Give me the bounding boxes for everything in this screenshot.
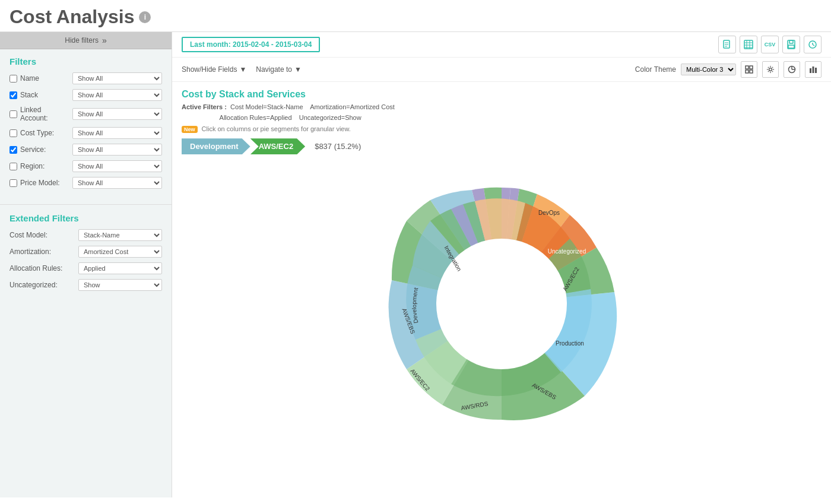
fields-bar-right: Color Theme Multi-Color 1 Multi-Color 2 … xyxy=(635,61,822,78)
filter-select-costtype[interactable]: Show All xyxy=(72,127,162,139)
svg-rect-12 xyxy=(788,45,794,48)
color-theme-label: Color Theme xyxy=(635,65,676,74)
filter-row-costtype: Cost Type: Show All xyxy=(9,127,162,139)
breadcrumb-cost: $837 (15.2%) xyxy=(305,142,361,151)
filters-section: Filters Name Show All Stack Show All xyxy=(0,49,172,201)
filter-select-pricemodel[interactable]: Show All xyxy=(72,177,162,189)
filter-checkbox-service[interactable] xyxy=(9,146,17,154)
sidebar: Hide filters » Filters Name Show All Sta… xyxy=(0,32,172,497)
ext-filter-label-allocation: Allocation Rules: xyxy=(9,264,75,272)
ext-filter-select-uncategorized[interactable]: Show Hide xyxy=(78,279,162,291)
breadcrumb-development[interactable]: Development xyxy=(182,138,250,154)
click-note: New Click on columns or pie segments for… xyxy=(182,125,822,132)
filter-select-linked[interactable]: Show All xyxy=(72,108,162,120)
filter-select-region[interactable]: Show All xyxy=(72,160,162,172)
filter-row-linked: Linked Account: Show All xyxy=(9,106,162,122)
filter-row-region: Region: Show All xyxy=(9,160,162,172)
filter-checkbox-pricemodel[interactable] xyxy=(9,179,17,187)
svg-rect-18 xyxy=(746,70,748,73)
toolbar-icons: CSV xyxy=(718,36,822,53)
ext-filter-row-amortization: Amortization: Amortized Cost Unblended C… xyxy=(9,246,162,258)
chevron-down-icon: ▼ xyxy=(239,65,246,74)
label-devops: DevOps xyxy=(538,210,560,216)
info-icon[interactable]: i xyxy=(139,11,151,23)
svg-point-20 xyxy=(769,68,772,71)
donut-chart[interactable]: AWS/EC2 Production AWS/EBS AWS/RDS Devel… xyxy=(359,161,644,446)
breadcrumb-ec2[interactable]: AWS/EC2 xyxy=(250,138,306,154)
filter-select-name[interactable]: Show All xyxy=(72,72,162,84)
settings-view-btn[interactable] xyxy=(762,61,779,78)
fields-bar: Show/Hide Fields ▼ Navigate to ▼ Color T… xyxy=(172,58,831,82)
svg-rect-24 xyxy=(815,68,817,73)
chevron-down-icon-nav: ▼ xyxy=(294,65,302,74)
filter-label-stack: Stack xyxy=(9,91,69,99)
date-range-badge[interactable]: Last month: 2015-02-04 - 2015-03-04 xyxy=(182,37,320,52)
pie-view-btn[interactable] xyxy=(784,61,800,78)
clock-icon-btn[interactable] xyxy=(804,36,822,53)
svg-rect-19 xyxy=(750,70,753,73)
svg-rect-22 xyxy=(810,68,811,73)
ext-filter-select-costmodel[interactable]: Stack-Name Service xyxy=(78,229,162,241)
svg-rect-17 xyxy=(750,66,753,69)
filter-select-service[interactable]: Show All xyxy=(72,144,162,156)
pdf-icon-btn[interactable] xyxy=(718,36,736,53)
svg-rect-16 xyxy=(746,66,748,69)
filter-row-pricemodel: Price Model: Show All xyxy=(9,177,162,189)
filter-label-costtype: Cost Type: xyxy=(9,129,69,137)
save-icon-btn[interactable] xyxy=(782,36,800,53)
label-production: Production xyxy=(556,340,584,347)
filter-label-pricemodel: Price Model: xyxy=(9,179,69,187)
filters-title: Filters xyxy=(9,56,162,66)
extended-filters-section: Extended Filters Cost Model: Stack-Name … xyxy=(0,208,172,303)
filter-row-name: Name Show All xyxy=(9,72,162,84)
svg-line-15 xyxy=(813,45,814,46)
spreadsheet-icon-btn[interactable] xyxy=(740,36,757,53)
selection-breadcrumb: Development AWS/EC2 $837 (15.2%) xyxy=(182,138,822,154)
filter-label-linked: Linked Account: xyxy=(9,106,69,122)
active-filters: Active Filters : Cost Model=Stack-Name A… xyxy=(182,102,822,123)
hide-filters-label: Hide filters xyxy=(65,36,99,45)
navigate-to-btn[interactable]: Navigate to ▼ xyxy=(256,65,302,74)
filter-label-region: Region: xyxy=(9,162,69,170)
filter-row-stack: Stack Show All xyxy=(9,89,162,101)
svg-rect-23 xyxy=(813,66,814,73)
csv-icon-btn[interactable]: CSV xyxy=(761,36,779,53)
grid-view-btn[interactable] xyxy=(741,61,757,78)
ext-filter-label-amortization: Amortization: xyxy=(9,248,75,256)
svg-rect-10 xyxy=(788,40,795,49)
ext-filter-select-amortization[interactable]: Amortized Cost Unblended Cost xyxy=(78,246,162,258)
page-header: Cost Analysis i xyxy=(0,0,831,32)
svg-rect-11 xyxy=(789,40,793,43)
ext-filter-row-costmodel: Cost Model: Stack-Name Service xyxy=(9,229,162,241)
top-toolbar: Last month: 2015-02-04 - 2015-03-04 CSV xyxy=(172,32,831,58)
content-area: Last month: 2015-02-04 - 2015-03-04 CSV xyxy=(172,32,831,497)
filter-row-service: Service: Show All xyxy=(9,144,162,156)
chart-section: Cost by Stack and Services Active Filter… xyxy=(172,82,831,454)
chevron-right-icon: » xyxy=(102,36,107,45)
filter-label-service: Service: xyxy=(9,145,69,154)
filter-checkbox-costtype[interactable] xyxy=(9,129,17,137)
ext-filter-select-allocation[interactable]: Applied Not Applied xyxy=(78,262,162,274)
filter-checkbox-linked[interactable] xyxy=(9,110,17,118)
ext-filter-row-allocation: Allocation Rules: Applied Not Applied xyxy=(9,262,162,274)
page-title: Cost Analysis i xyxy=(9,6,151,28)
ext-filter-label-uncategorized: Uncategorized: xyxy=(9,281,75,289)
chart-title: Cost by Stack and Services xyxy=(182,89,822,100)
extended-filters-title: Extended Filters xyxy=(9,213,162,223)
main-layout: Hide filters » Filters Name Show All Sta… xyxy=(0,32,831,497)
hide-filters-bar[interactable]: Hide filters » xyxy=(0,32,172,49)
ext-filter-label-costmodel: Cost Model: xyxy=(9,231,75,239)
bar-view-btn[interactable] xyxy=(805,61,822,78)
filter-select-stack[interactable]: Show All xyxy=(72,89,162,101)
label-uncategorized: Uncategorized xyxy=(548,248,586,255)
filter-checkbox-stack[interactable] xyxy=(9,91,17,99)
chart-container: AWS/EC2 Production AWS/EBS AWS/RDS Devel… xyxy=(182,161,822,446)
filter-checkbox-name[interactable] xyxy=(9,75,17,83)
filter-label-name: Name xyxy=(9,74,69,83)
show-hide-fields-btn[interactable]: Show/Hide Fields ▼ xyxy=(182,65,246,74)
new-badge: New xyxy=(182,126,198,133)
color-theme-select[interactable]: Multi-Color 1 Multi-Color 2 Multi-Color … xyxy=(681,64,736,75)
filter-checkbox-region[interactable] xyxy=(9,163,17,170)
ext-filter-row-uncategorized: Uncategorized: Show Hide xyxy=(9,279,162,291)
fields-bar-left: Show/Hide Fields ▼ Navigate to ▼ xyxy=(182,65,302,74)
